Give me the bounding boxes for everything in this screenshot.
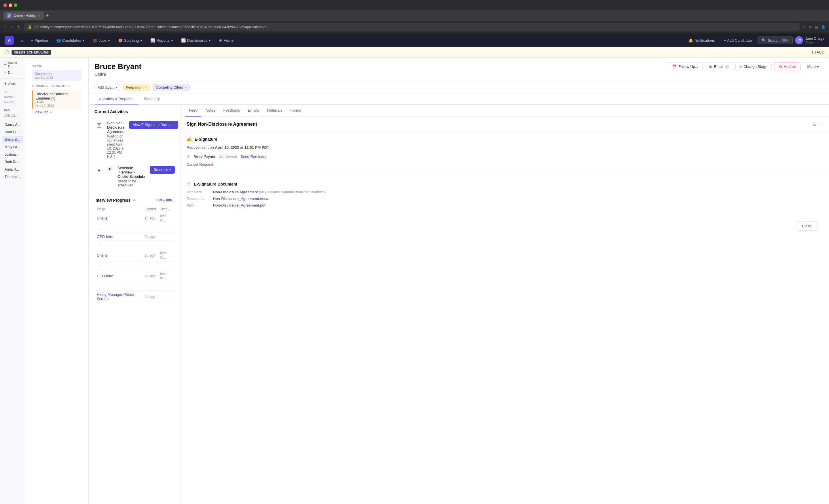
feed-tab-feedback[interactable]: Feedback [220, 105, 243, 117]
edit-interview-icon[interactable]: ✏ [133, 198, 136, 202]
jo-item[interactable]: Jo... [2, 89, 23, 95]
list-item[interactable]: Anna R... [2, 166, 23, 173]
user-profile-icon[interactable]: 👤 [821, 25, 826, 29]
table-row: Onsite 1h ago less th... [95, 212, 175, 224]
browser-chrome [0, 0, 829, 10]
new-tab-button[interactable]: + [46, 13, 49, 19]
saved-dash-row[interactable]: ↩ Saved D... [2, 60, 23, 69]
feed-tab-referrals[interactable]: Referrals [264, 105, 286, 117]
email-button[interactable]: ✉ Email i [705, 62, 733, 71]
feed-tab-emails[interactable]: Emails [245, 105, 263, 117]
search-button[interactable]: 🔍 Search ⌘K [758, 37, 793, 44]
schedule-button[interactable]: Schedule ▾ [150, 166, 175, 174]
interview-header: Interview Progress ✏ + New Inte... [95, 196, 175, 202]
close-traffic-light[interactable] [3, 3, 7, 7]
list-item[interactable]: Sara Hu... [2, 128, 23, 136]
nav-sourcing[interactable]: 🎯 Sourcing ▾ [115, 37, 146, 44]
nav-home[interactable]: ⌂ [17, 37, 27, 44]
nav-pipeline[interactable]: ≡ Pipeline [28, 37, 51, 44]
nav-dashboards[interactable]: 📈 Dashboards ▾ [178, 37, 214, 44]
home-icon: ⌂ [21, 38, 23, 43]
pdf-link[interactable]: Non-Disclosure_Agreement.pdf [213, 203, 265, 207]
user-info[interactable]: JO Jane Ortega Acme [795, 36, 824, 44]
back-button[interactable]: ‹ [3, 23, 7, 31]
nav-reports[interactable]: 📊 Reports ▾ [147, 37, 177, 44]
list-item[interactable]: Joshua... [2, 151, 23, 158]
job-item[interactable]: Director of Platform Engineering Onsite … [32, 90, 81, 109]
close-nda-button[interactable]: Close [796, 221, 818, 231]
share-icon[interactable]: ↗ [802, 25, 806, 29]
nav-jobs[interactable]: 💼 Jobs ▾ [89, 37, 113, 44]
change-stage-button[interactable]: » Change Stage [735, 62, 772, 71]
list-item[interactable]: Mary La... [2, 143, 23, 151]
send-reminder-link[interactable]: Send Reminder [241, 154, 266, 159]
tab-summary[interactable]: Summary [139, 94, 165, 105]
browser-tab[interactable]: A Demo - Ashby × [3, 11, 44, 20]
eye-icon: 👁 [4, 82, 7, 85]
new-interview-link[interactable]: + New Inte... [155, 198, 175, 202]
extensions-icon[interactable]: ⚙ [808, 25, 812, 29]
nav-candidates[interactable]: 👥 Candidates ▾ [53, 37, 88, 44]
document-link[interactable]: Non-Disclosure_Agreement.docx [213, 196, 268, 201]
views-section: VIEWS Candidate Jan 11, 2023 CONSIDERED … [29, 61, 85, 119]
list-item[interactable]: Bruce B... [2, 136, 23, 143]
sidebar-toggle-icon[interactable]: ⊟ [815, 25, 818, 29]
view-esignature-button[interactable]: View E-Signature Docum... [129, 121, 179, 129]
add-candidate-button[interactable]: + Add Candidate [721, 37, 756, 44]
candidate-list: Nancy A... Sara Hu... Bruce B... Mary La… [2, 121, 23, 181]
nda-panel-controls: ⊟ — [813, 121, 823, 127]
list-item[interactable]: Theresa... [2, 173, 23, 181]
minimize-nda-icon[interactable]: — [819, 121, 823, 127]
esignature-section-header: ✍ E-Signature [187, 137, 823, 142]
follow-up-button[interactable]: 📅 Follow Up... [668, 62, 702, 71]
document-icon: 📄 [187, 182, 191, 186]
schedule-activity-action: Schedule ▾ [150, 166, 175, 174]
change-stage-icon: » [740, 65, 742, 69]
esig-doc-header: 📄 E-Signature Document [187, 182, 823, 186]
feed-tab-feed[interactable]: Feed [185, 105, 201, 117]
add-tags-button[interactable]: Add tags... ▾ [95, 84, 120, 91]
esignature-person: Bruce Bryant [193, 154, 215, 159]
close-button-row: Close [181, 214, 829, 221]
expand-nda-icon[interactable]: ⊟ [813, 121, 816, 127]
forward-button[interactable]: › [9, 23, 13, 31]
tags-row: Add tags... ▾ Keep warm × Competing Offe… [89, 81, 829, 94]
remove-tag-warm[interactable]: × [145, 85, 147, 90]
candidate-view-item[interactable]: Candidate Jan 11, 2023 [32, 70, 81, 81]
play-icon[interactable]: ▶ [107, 166, 113, 171]
close-saved-row[interactable]: × E-... [2, 69, 23, 76]
activity-item-nda: ⏳ Sign Non-Disclosure Agreement Waiting … [95, 117, 175, 162]
nav-admin[interactable]: ⚙ Admin [215, 37, 238, 44]
up-arrow-1: ↑ [97, 242, 140, 247]
feed-tab-notes[interactable]: Notes [202, 105, 219, 117]
list-item[interactable]: Nancy A... [2, 121, 23, 128]
archive-button[interactable]: 🗃 Archive [774, 62, 800, 71]
interview-table: Stage Entered Time... Onsite 1h ago less… [95, 206, 175, 303]
list-item[interactable]: Ruth Ro... [2, 158, 23, 166]
reload-button[interactable]: ↻ [16, 23, 22, 31]
remove-tag-competing[interactable]: × [184, 85, 187, 90]
main-right-feed: Feed Notes Feedback Emails Referrals [181, 105, 829, 504]
sourcing-chevron: ▾ [140, 38, 142, 43]
ame-label: Ame... [8, 82, 17, 85]
view-job-link[interactable]: View Job → [32, 109, 55, 115]
notifications-button[interactable]: 🔔 Notifications [685, 37, 718, 44]
minimize-traffic-light[interactable] [9, 3, 12, 7]
bookmark-icon[interactable]: ☆ [793, 25, 797, 29]
template-label: Template [187, 190, 210, 194]
more-button[interactable]: More ▾ [803, 62, 823, 71]
address-bar[interactable]: 🔒 app.ashbyhq.com/reports/saved/8bf7f105… [24, 23, 800, 31]
cancel-request-button[interactable]: Cancel Request [187, 161, 213, 168]
candidate-name: Bruce Bryant [95, 62, 141, 71]
entered-time-2: 2d ago [145, 254, 155, 258]
feed-tab-forms[interactable]: Forms [287, 105, 304, 117]
tab-close-button[interactable]: × [38, 13, 40, 18]
table-row: ↑ [95, 241, 175, 249]
stage-name-onsite2: Onsite [97, 253, 108, 258]
close-icon: × [4, 70, 6, 75]
sidebar-ame-item[interactable]: 👁 Ame... [2, 81, 23, 87]
nav-right: 🔔 Notifications + Add Candidate 🔍 Search… [685, 36, 824, 44]
tab-activities-progress[interactable]: Activities & Progress [95, 94, 138, 105]
maximize-traffic-light[interactable] [14, 3, 17, 7]
content-tab-bar: Activities & Progress Summary [89, 94, 829, 105]
